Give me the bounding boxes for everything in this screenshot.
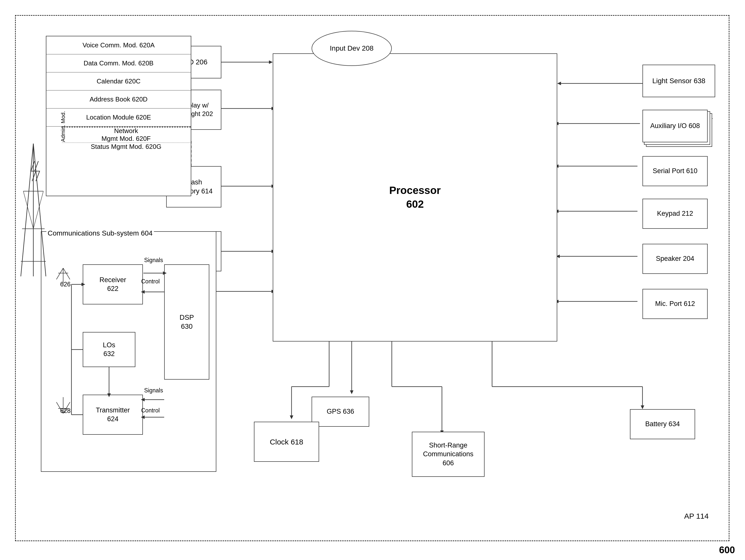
- svg-marker-1: [269, 60, 273, 64]
- transmitter-box: Transmitter624: [83, 395, 143, 435]
- svg-marker-13: [557, 82, 561, 85]
- los-box: LOs632: [83, 332, 135, 367]
- module-row-2: Data Comm. Mod. 620B: [46, 54, 191, 72]
- control-bottom-label: Control: [141, 407, 160, 414]
- comm-subsystem-label: Communications Sub-system 604: [46, 229, 154, 237]
- signals-bottom-label: Signals: [144, 387, 163, 394]
- svg-line-84: [21, 143, 33, 276]
- speaker-box: Speaker 204: [643, 244, 708, 274]
- module-row-4: Address Book 620D: [46, 91, 191, 108]
- clock-box: Clock 618: [254, 422, 319, 462]
- module-row-3: Calendar 620C: [46, 72, 191, 91]
- short-range-box: Short-RangeCommunications606: [412, 432, 485, 477]
- svg-line-77: [63, 268, 70, 279]
- svg-line-89: [23, 191, 33, 229]
- light-sensor-box: Light Sensor 638: [643, 65, 715, 97]
- processor-box: Processor602: [273, 53, 557, 341]
- module-row-1: Voice Comm. Mod. 620A: [46, 36, 191, 54]
- module-row-6: NetworkMgmt Mod. 620F: [62, 127, 190, 143]
- receiver-box: Receiver622: [83, 264, 143, 304]
- control-top-label: Control: [141, 278, 160, 285]
- label-628: 628: [60, 407, 71, 415]
- diagram-container: Processor602 LED 206 Input Dev 208 Light…: [15, 15, 730, 541]
- admin-dotted-box: NetworkMgmt Mod. 620F Status Mgmt Mod. 6…: [61, 127, 191, 128]
- keypad-box: Keypad 212: [643, 199, 708, 229]
- gps-box: GPS 636: [312, 397, 369, 427]
- modules-container: Voice Comm. Mod. 620A Data Comm. Mod. 62…: [46, 36, 191, 196]
- svg-marker-28: [350, 390, 353, 394]
- module-row-7: Status Mgmt Mod. 620G: [62, 143, 190, 151]
- svg-line-76: [56, 268, 63, 279]
- processor-label: Processor602: [389, 184, 441, 211]
- signals-top-label: Signals: [144, 257, 163, 264]
- mic-port-box: Mic. Port 612: [643, 289, 708, 319]
- serial-port-box: Serial Port 610: [643, 156, 708, 186]
- dsp-box: DSP630: [164, 264, 209, 380]
- svg-line-90: [33, 191, 43, 229]
- comm-subsystem-box: Communications Sub-system 604 Receiver62…: [41, 231, 216, 472]
- module-row-5: Location Module 620E: [46, 108, 191, 127]
- input-dev-box: Input Dev 208: [312, 31, 392, 66]
- aux-io-box: Auxiliary I/O 608: [643, 110, 708, 142]
- svg-marker-39: [290, 416, 293, 419]
- admin-mod-label: Admin. Mod.: [60, 111, 66, 142]
- label-600: 600: [719, 545, 735, 556]
- label-626: 626: [60, 281, 71, 288]
- battery-box: Battery 634: [630, 409, 695, 439]
- svg-marker-35: [641, 405, 644, 409]
- ap-114-label: AP 114: [684, 512, 709, 520]
